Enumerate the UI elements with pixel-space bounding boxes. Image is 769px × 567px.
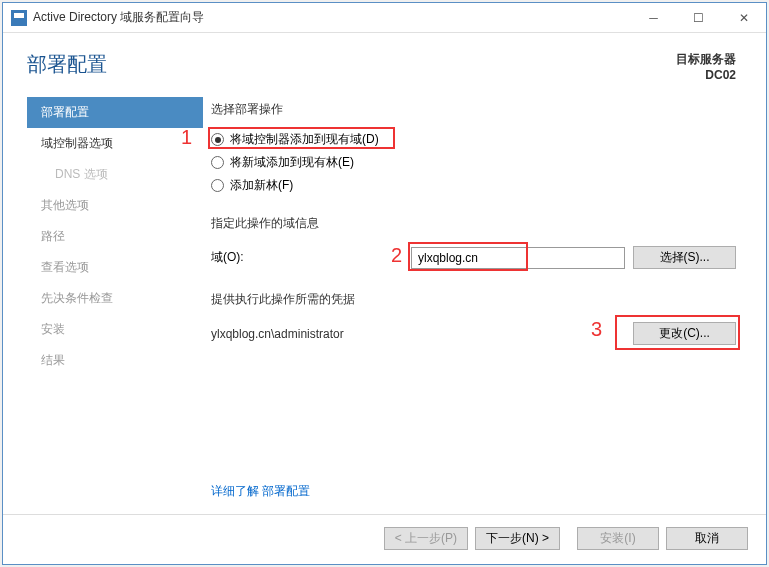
sidebar-item-dns-options: DNS 选项	[27, 159, 203, 190]
minimize-button[interactable]: ─	[631, 3, 676, 32]
credentials-row: 3 ylxqblog.cn\administrator 更改(C)...	[211, 322, 736, 345]
server-name: DC02	[676, 68, 736, 82]
sidebar-item-dc-options[interactable]: 域控制器选项	[27, 128, 203, 159]
next-button[interactable]: 下一步(N) >	[475, 527, 560, 550]
deploy-radio-group: 1 将域控制器添加到现有域(D) 将新域添加到现有林(E) 添加新林(F)	[211, 128, 736, 197]
main-row: 部署配置 域控制器选项 DNS 选项 其他选项 路径 查看选项 先决条件检查 安…	[3, 97, 766, 514]
radio-add-domain-existing-forest[interactable]: 将新域添加到现有林(E)	[211, 151, 736, 174]
footer: < 上一步(P) 下一步(N) > 安装(I) 取消	[3, 514, 766, 564]
radio-icon	[211, 156, 224, 169]
content-panel: 选择部署操作 1 将域控制器添加到现有域(D) 将新域添加到现有林(E) 添加	[203, 97, 766, 514]
radio-icon	[211, 179, 224, 192]
window-controls: ─ ☐ ✕	[631, 3, 766, 32]
sidebar-item-prereq: 先决条件检查	[27, 283, 203, 314]
sidebar-item-deploy-config[interactable]: 部署配置	[27, 97, 203, 128]
select-button[interactable]: 选择(S)...	[633, 246, 736, 269]
deploy-operation-label: 选择部署操作	[211, 101, 736, 118]
server-label: 目标服务器	[676, 51, 736, 68]
header: 部署配置 目标服务器 DC02	[3, 33, 766, 82]
change-button[interactable]: 更改(C)...	[633, 322, 736, 345]
window-title: Active Directory 域服务配置向导	[33, 9, 631, 26]
learn-more-link[interactable]: 详细了解 部署配置	[211, 483, 310, 500]
radio-label: 添加新林(F)	[230, 177, 293, 194]
server-info: 目标服务器 DC02	[676, 51, 736, 82]
radio-add-dc-existing-domain[interactable]: 将域控制器添加到现有域(D)	[211, 128, 736, 151]
sidebar-item-results: 结果	[27, 345, 203, 376]
sidebar: 部署配置 域控制器选项 DNS 选项 其他选项 路径 查看选项 先决条件检查 安…	[3, 97, 203, 514]
sidebar-item-other-options: 其他选项	[27, 190, 203, 221]
content-area: 部署配置 目标服务器 DC02 部署配置 域控制器选项 DNS 选项 其他选项 …	[3, 33, 766, 564]
titlebar: Active Directory 域服务配置向导 ─ ☐ ✕	[3, 3, 766, 33]
credentials-value: ylxqblog.cn\administrator	[211, 327, 633, 341]
previous-button: < 上一步(P)	[384, 527, 468, 550]
cancel-button[interactable]: 取消	[666, 527, 748, 550]
close-button[interactable]: ✕	[721, 3, 766, 32]
radio-label: 将新域添加到现有林(E)	[230, 154, 354, 171]
page-title: 部署配置	[27, 51, 676, 78]
domain-field-row: 2 域(O): 选择(S)...	[211, 246, 736, 269]
radio-label: 将域控制器添加到现有域(D)	[230, 131, 379, 148]
app-icon	[11, 10, 27, 26]
maximize-button[interactable]: ☐	[676, 3, 721, 32]
install-button: 安装(I)	[577, 527, 659, 550]
sidebar-item-install: 安装	[27, 314, 203, 345]
domain-input[interactable]	[411, 247, 625, 269]
domain-info-label: 指定此操作的域信息	[211, 215, 736, 232]
wizard-window: Active Directory 域服务配置向导 ─ ☐ ✕ 部署配置 目标服务…	[2, 2, 767, 565]
credentials-label: 提供执行此操作所需的凭据	[211, 291, 736, 308]
radio-add-new-forest[interactable]: 添加新林(F)	[211, 174, 736, 197]
domain-label: 域(O):	[211, 249, 411, 266]
sidebar-item-review: 查看选项	[27, 252, 203, 283]
radio-icon	[211, 133, 224, 146]
sidebar-item-paths: 路径	[27, 221, 203, 252]
